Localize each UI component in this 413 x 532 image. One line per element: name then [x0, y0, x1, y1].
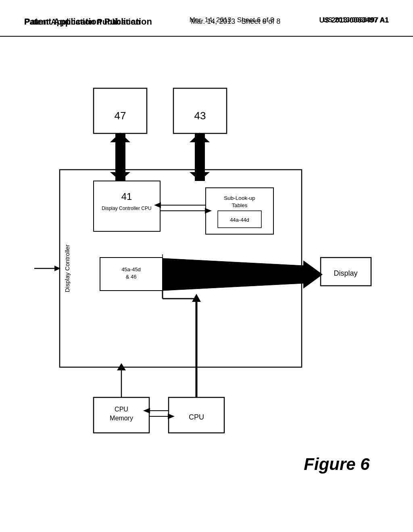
svg-text:41: 41	[121, 191, 132, 202]
svg-text:45a-45d: 45a-45d	[121, 266, 141, 272]
svg-text:Display: Display	[334, 269, 357, 277]
header-row: Patent Application Publication Mar. 14, …	[24, 16, 389, 27]
svg-text:CPU: CPU	[189, 413, 204, 421]
sheet-num: Sheet 6 of 8	[237, 16, 274, 24]
svg-text:Tables: Tables	[232, 202, 247, 208]
svg-text:Sub-Look-up: Sub-Look-up	[224, 195, 255, 201]
svg-text:44a-44d: 44a-44d	[230, 217, 249, 223]
svg-text:43: 43	[194, 109, 206, 121]
svg-text:Memory: Memory	[110, 415, 133, 422]
svg-text:47: 47	[115, 109, 126, 121]
svg-text:Display Controller: Display Controller	[64, 244, 71, 292]
diagram-overlay: 47 43 Display Controller 41 Display Cont…	[0, 37, 413, 520]
svg-text:Figure 6: Figure 6	[304, 455, 370, 474]
svg-text:Display Controller CPU: Display Controller CPU	[102, 206, 151, 211]
diagram-area: 47 43 Display Controller 41 Display Cont…	[0, 37, 413, 520]
svg-text:& 46: & 46	[126, 274, 137, 280]
patent-id: US 2013/0063497 A1	[323, 16, 389, 24]
svg-text:CPU: CPU	[115, 406, 128, 413]
publication-title: Patent Application Publication	[24, 16, 140, 27]
pub-date: Mar. 14, 2013	[190, 16, 232, 24]
sheet-info: Mar. 14, 2013 Sheet 6 of 8	[190, 16, 274, 24]
